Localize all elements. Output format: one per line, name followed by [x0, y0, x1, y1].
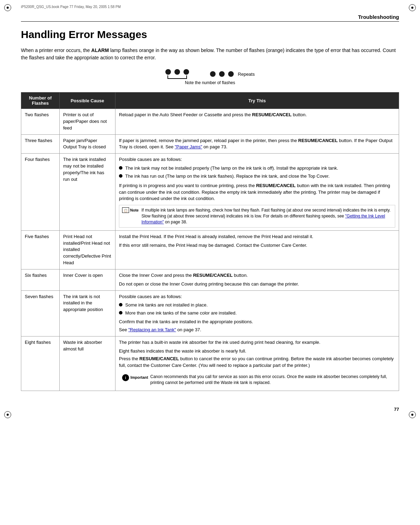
flash-dot-2 [174, 69, 180, 75]
try-four-bullet-1: The ink tank may not be installed proper… [119, 165, 395, 172]
bullet-icon [119, 166, 122, 170]
table-row: Six flashes Inner Cover is open Close th… [21, 269, 399, 290]
link-ink-level[interactable]: "Getting the Ink Level Information" [141, 214, 385, 224]
try-five-line1: Install the Print Head. If the Print Hea… [119, 234, 395, 240]
intro-paragraph: When a printer error occurs, the ALARM l… [21, 47, 399, 61]
note-box-four: 📋Note If multiple ink tank lamps are fla… [119, 205, 395, 227]
page-container: iP5200R_QSG_US.book Page 77 Friday, May … [0, 0, 420, 422]
flash-note-label: Note the number of flashes [185, 80, 235, 85]
cause-two: Printer is out of paper/Paper does not f… [60, 109, 115, 135]
try-six: Close the Inner Cover and press the RESU… [115, 269, 399, 290]
cause-four: The ink tank installed may not be instal… [60, 154, 115, 230]
repeats-label: Repeats [238, 72, 255, 77]
flash-group-left [165, 69, 189, 79]
try-six-line1: Close the Inner Cover and press the RESU… [119, 272, 395, 279]
note-icon: 📋 [122, 207, 129, 213]
table-row: Two flashes Printer is out of paper/Pape… [21, 109, 399, 135]
flash-dot-4 [210, 71, 216, 77]
flash-num-three: Three flashes [21, 134, 60, 154]
try-eight: The printer has a built-in waste ink abs… [115, 336, 399, 391]
try-four-intro: Possible causes are as follows: [119, 156, 395, 163]
try-two: Reload paper in the Auto Sheet Feeder or… [115, 109, 399, 135]
important-text-label: Important [130, 375, 148, 380]
try-seven-see: See "Replacing an Ink Tank" on page 37. [119, 327, 395, 333]
try-four: Possible causes are as follows: The ink … [115, 154, 399, 230]
col-header-cause: Possible Cause [60, 93, 115, 109]
try-seven-bullet-2-text: More than one ink tanks of the same colo… [125, 310, 237, 317]
table-row: Seven flashes The ink tank is not instal… [21, 290, 399, 336]
flash-dot-1 [165, 69, 171, 75]
cause-six: Inner Cover is open [60, 269, 115, 290]
table-row: Five flashes Print Head not installed/Pr… [21, 230, 399, 269]
important-text: Canon recommends that you call for servi… [150, 374, 392, 386]
flash-num-seven: Seven flashes [21, 290, 60, 336]
corner-mark-br [409, 411, 416, 418]
try-seven-bullet-2: More than one ink tanks of the same colo… [119, 310, 395, 317]
try-four-bullet-2-text: The ink has run out (The lamp on the ink… [125, 173, 330, 180]
table-row: Four flashes The ink tank installed may … [21, 154, 399, 230]
flash-num-two: Two flashes [21, 109, 60, 135]
try-four-bullet-1-text: The ink tank may not be installed proper… [125, 165, 338, 172]
svg-text:i: i [125, 376, 126, 380]
important-content: i Important Canon recommends that you ca… [122, 374, 392, 386]
flash-num-six: Six flashes [21, 269, 60, 290]
note-text-four: If multiple ink tank lamps are flashing,… [141, 207, 392, 225]
note-label: 📋Note [122, 207, 138, 213]
bullet-icon [119, 303, 122, 306]
flash-group-right [210, 71, 234, 77]
cause-seven: The ink tank is not installed in the app… [60, 290, 115, 336]
corner-mark-tl [4, 4, 11, 11]
important-label: i Important [122, 374, 148, 382]
error-table: Number ofFlashes Possible Cause Try This… [21, 92, 399, 391]
cause-eight: Waste ink absorber almost full [60, 336, 115, 391]
link-paper-jams[interactable]: "Paper Jams" [175, 144, 202, 149]
try-five-line2: If this error still remains, the Print H… [119, 242, 395, 249]
table-header-row: Number ofFlashes Possible Cause Try This [21, 93, 399, 109]
flash-bracket [167, 75, 187, 79]
try-seven-bullet-1: Some ink tanks are not installed in plac… [119, 302, 395, 309]
filename-bar: iP5200R_QSG_US.book Page 77 Friday, May … [21, 5, 121, 9]
flash-dot-6 [228, 71, 234, 77]
try-eight-line1: The printer has a built-in waste ink abs… [119, 339, 395, 346]
try-eight-line2: Eight flashes indicates that the waste i… [119, 348, 395, 355]
cause-five: Print Head not installed/Print Head not … [60, 230, 115, 269]
page-header: Troubleshooting [21, 14, 399, 22]
table-row: Three flashes Paper jam/Paper Output Tra… [21, 134, 399, 154]
cause-three: Paper jam/Paper Output Tray is closed [60, 134, 115, 154]
main-title: Handling Error Messages [21, 29, 399, 40]
try-four-bullet-2: The ink has run out (The lamp on the ink… [119, 173, 395, 180]
try-three: If paper is jammed, remove the jammed pa… [115, 134, 399, 154]
flash-dots-row: Repeats [165, 69, 255, 79]
flash-num-five: Five flashes [21, 230, 60, 269]
try-eight-line3: Press the RESUME/CANCEL button to cancel… [119, 356, 395, 369]
try-seven-bullet-1-text: Some ink tanks are not installed in plac… [125, 302, 208, 309]
flash-num-eight: Eight flashes [21, 336, 60, 391]
important-icon: i [122, 374, 129, 382]
try-seven-confirm: Confirm that the ink tanks are installed… [119, 319, 395, 325]
flash-diagram: Repeats Note the number of flashes [21, 69, 399, 85]
page-number: 77 [394, 407, 399, 412]
col-header-flashes: Number ofFlashes [21, 93, 60, 109]
table-row: Eight flashes Waste ink absorber almost … [21, 336, 399, 391]
link-replacing-ink[interactable]: "Replacing an Ink Tank" [128, 327, 176, 332]
intro-text-before: When a printer error occurs, the [21, 47, 91, 53]
flash-num-four: Four flashes [21, 154, 60, 230]
corner-mark-tr [409, 4, 416, 11]
important-box-eight: i Important Canon recommends that you ca… [119, 372, 395, 388]
alarm-word: ALARM [91, 47, 109, 53]
flash-dot-3 [183, 69, 189, 75]
try-four-continue: If printing is in progress and you want … [119, 183, 395, 202]
corner-mark-bl [4, 411, 11, 418]
col-header-try: Try This [115, 93, 399, 109]
try-six-line2: Do not open or close the Inner Cover dur… [119, 281, 395, 288]
bullet-icon [119, 311, 122, 315]
try-seven-intro: Possible causes are as follows: [119, 294, 395, 300]
try-five: Install the Print Head. If the Print Hea… [115, 230, 399, 269]
header-title: Troubleshooting [358, 14, 399, 20]
flash-dot-5 [219, 71, 225, 77]
bullet-icon [119, 174, 122, 178]
try-seven: Possible causes are as follows: Some ink… [115, 290, 399, 336]
